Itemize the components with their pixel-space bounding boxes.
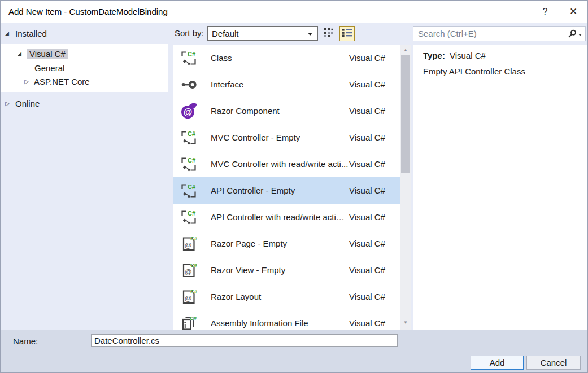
sort-by-label: Sort by: <box>175 28 204 38</box>
item-name: MVC Controller with read/write acti... <box>211 159 349 169</box>
razor-file-icon: @C# <box>180 262 197 279</box>
name-label: Name: <box>13 336 38 346</box>
small-icons-icon <box>324 28 334 39</box>
type-value: Visual C# <box>450 51 486 60</box>
interface-icon <box>180 76 197 93</box>
item-name: Razor Layout <box>211 292 349 301</box>
item-language: Visual C# <box>349 318 385 328</box>
svg-text:C#: C# <box>190 288 197 295</box>
item-language: Visual C# <box>349 53 385 63</box>
csharp-class-icon: C# <box>180 50 197 67</box>
installed-tree: ◢Visual C#General▷ASP.NET Core <box>1 44 168 92</box>
small-icons-view-button[interactable] <box>321 26 337 41</box>
item-name: Razor View - Empty <box>211 265 349 275</box>
svg-text:C#: C# <box>188 130 195 137</box>
search-box <box>413 26 586 41</box>
item-name: API Controller with read/write actions <box>211 212 349 222</box>
dialog-title: Add New Item - CustomDateModelBinding <box>8 1 168 23</box>
close-button[interactable]: ✕ <box>564 1 583 23</box>
svg-text:C#: C# <box>190 262 197 268</box>
type-label: Type: <box>423 51 445 60</box>
item-language: Visual C# <box>349 292 385 301</box>
list-item[interactable]: @Razor ComponentVisual C# <box>173 98 400 124</box>
list-scrollbar[interactable]: ▲ ▼ <box>400 45 411 330</box>
svg-text:C#: C# <box>190 235 197 242</box>
tree-item-label: ASP.NET Core <box>34 77 90 86</box>
list-item[interactable]: C#MVC Controller with read/write acti...… <box>173 151 400 177</box>
online-label: Online <box>15 99 40 108</box>
help-button[interactable]: ? <box>535 1 555 23</box>
add-button[interactable]: Add <box>471 356 524 370</box>
search-input[interactable] <box>413 27 561 41</box>
sidebar-group-installed[interactable]: ◢ Installed <box>1 25 168 41</box>
item-language: Visual C# <box>349 106 385 116</box>
tree-item-label: Visual C# <box>27 49 68 59</box>
list-item[interactable]: C#ClassVisual C# <box>173 45 400 71</box>
name-input[interactable] <box>91 334 398 347</box>
item-language: Visual C# <box>349 186 385 195</box>
razor-file-icon: @C# <box>180 288 197 305</box>
sort-by-value: Default <box>212 29 239 38</box>
assembly-file-icon: C# <box>180 315 197 330</box>
sidebar-item-visual-c-[interactable]: ◢Visual C# <box>1 47 168 60</box>
svg-text:C#: C# <box>188 156 195 163</box>
item-language: Visual C# <box>349 80 385 89</box>
svg-text:C#: C# <box>188 183 195 190</box>
expanded-triangle-icon[interactable]: ◢ <box>18 51 25 56</box>
item-name: API Controller - Empty <box>211 186 349 195</box>
installed-label: Installed <box>15 29 47 38</box>
title-bar: Add New Item - CustomDateModelBinding ? … <box>1 1 587 23</box>
item-language: Visual C# <box>349 133 385 142</box>
razor-component-icon: @ <box>180 103 197 120</box>
item-language: Visual C# <box>349 265 385 275</box>
razor-file-icon: @C# <box>180 235 197 252</box>
svg-text:C#: C# <box>188 209 195 216</box>
search-icon[interactable] <box>568 29 577 40</box>
sidebar-group-online[interactable]: ▷ Online <box>1 96 168 110</box>
item-language: Visual C# <box>349 239 385 248</box>
collapsed-triangle-icon[interactable]: ▷ <box>24 78 32 85</box>
item-name: Assembly Information File <box>211 318 349 328</box>
item-description: Empty API Controller Class <box>423 67 588 76</box>
list-item[interactable]: C#API Controller - EmptyVisual C# <box>173 177 400 204</box>
item-language: Visual C# <box>349 212 385 222</box>
svg-text:C#: C# <box>188 50 195 57</box>
chevron-down-icon <box>308 33 312 36</box>
list-item[interactable]: C#API Controller with read/write actions… <box>173 204 400 230</box>
tree-item-label: General <box>34 63 64 73</box>
svg-text:@: @ <box>184 107 193 117</box>
sort-by-dropdown[interactable]: Default <box>207 26 318 41</box>
svg-text:@: @ <box>185 267 192 275</box>
scrollbar-thumb[interactable] <box>401 55 410 173</box>
item-name: Razor Component <box>211 106 349 116</box>
list-item[interactable]: C#MVC Controller - EmptyVisual C# <box>173 124 400 151</box>
list-item[interactable]: @C#Razor Page - EmptyVisual C# <box>173 230 400 257</box>
cancel-button[interactable]: Cancel <box>526 356 581 370</box>
list-view-icon <box>342 28 352 39</box>
scroll-up-icon[interactable]: ▲ <box>400 46 411 55</box>
list-item[interactable]: InterfaceVisual C# <box>173 71 400 98</box>
item-language: Visual C# <box>349 159 385 169</box>
expanded-triangle-icon: ◢ <box>5 30 13 36</box>
item-name: Class <box>211 53 349 63</box>
item-name: Razor Page - Empty <box>211 239 349 248</box>
item-name: MVC Controller - Empty <box>211 133 349 142</box>
list-view-button[interactable] <box>339 26 355 41</box>
csharp-class-icon: C# <box>180 209 197 226</box>
svg-text:@: @ <box>185 240 192 249</box>
scroll-down-icon[interactable]: ▼ <box>400 318 411 327</box>
list-item[interactable]: C#Assembly Information FileVisual C# <box>173 310 400 330</box>
sidebar-item-general[interactable]: General <box>1 61 168 74</box>
csharp-class-icon: C# <box>180 129 197 146</box>
csharp-class-icon: C# <box>180 182 197 199</box>
list-item[interactable]: @C#Razor View - EmptyVisual C# <box>173 257 400 283</box>
sidebar-item-asp-net-core[interactable]: ▷ASP.NET Core <box>1 74 168 88</box>
add-new-item-dialog: Add New Item - CustomDateModelBinding ? … <box>0 0 588 373</box>
csharp-class-icon: C# <box>180 156 197 173</box>
search-options-caret-icon[interactable] <box>578 34 582 36</box>
svg-text:C#: C# <box>190 315 197 321</box>
list-item[interactable]: @C#Razor LayoutVisual C# <box>173 283 400 310</box>
footer: Name: Add Cancel <box>1 330 587 373</box>
svg-text:@: @ <box>185 293 192 302</box>
template-list: C#ClassVisual C#InterfaceVisual C#@Razor… <box>173 45 400 330</box>
